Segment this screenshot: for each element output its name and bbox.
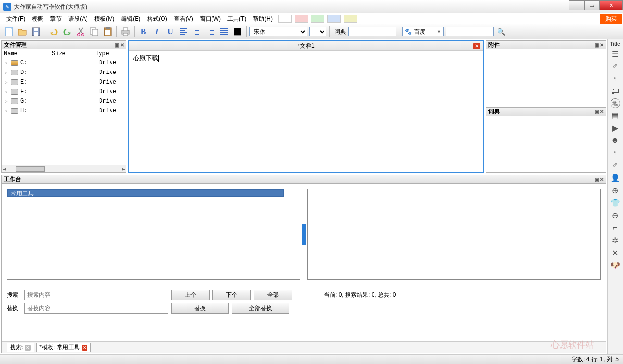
face-icon[interactable]: ☻ — [610, 135, 621, 146]
redo-icon[interactable] — [62, 26, 73, 37]
ball-icon[interactable]: ⊖ — [610, 210, 621, 220]
panel-close-icon[interactable]: ✕ — [600, 109, 604, 114]
menu-segment[interactable]: 语段(A) — [65, 14, 90, 24]
panel-close-icon[interactable]: ✕ — [600, 42, 604, 48]
save-icon[interactable] — [30, 26, 42, 37]
tab-close-icon[interactable]: ✕ — [82, 345, 87, 351]
menu-window[interactable]: 窗口(W) — [197, 14, 224, 24]
panel-float-icon[interactable]: ▣ — [595, 177, 599, 182]
prev-button[interactable]: 上个 — [171, 290, 210, 300]
close-button[interactable]: ✕ — [599, 0, 623, 10]
menu-file[interactable]: 文件(F) — [3, 14, 28, 24]
drive-row[interactable]: ▷C:Drive — [2, 58, 126, 68]
panel-close-icon[interactable]: ✕ — [120, 42, 124, 48]
italic-icon[interactable]: I — [151, 26, 162, 37]
dog-icon[interactable]: 🐶 — [610, 260, 621, 270]
dict-label: 词典 — [335, 28, 346, 36]
drive-row[interactable]: ▷H:Drive — [2, 106, 126, 116]
dict-input[interactable] — [348, 27, 396, 36]
cross-icon[interactable]: ✕ — [610, 247, 621, 258]
tab-close-icon[interactable]: ✕ — [25, 345, 31, 351]
replace-input[interactable] — [24, 303, 168, 314]
panel-float-icon[interactable]: ▣ — [115, 42, 119, 48]
color-swatch[interactable] — [311, 15, 324, 23]
align-left-icon[interactable] — [178, 26, 189, 37]
document-close-icon[interactable]: ✕ — [473, 43, 480, 49]
drive-row[interactable]: ▷G:Drive — [2, 97, 126, 106]
menu-help[interactable]: 帮助(H) — [250, 14, 275, 24]
tool-list-box[interactable]: 常用工具 — [7, 189, 300, 280]
attachment-panel: 附件 ▣✕ — [486, 40, 606, 106]
file-scroll-bar[interactable]: ◀ ▶ — [2, 165, 126, 172]
color-swatch[interactable] — [278, 15, 292, 23]
tab-search[interactable]: 搜索: ✕ — [7, 343, 34, 352]
menu-format[interactable]: 格式(O) — [144, 14, 170, 24]
underline-icon[interactable]: U — [164, 26, 176, 37]
maximize-button[interactable]: ▭ — [584, 0, 599, 10]
editor-text[interactable]: 心愿下载 — [129, 51, 483, 65]
font-size-select[interactable] — [309, 27, 326, 36]
align-right-icon[interactable] — [205, 26, 216, 37]
next-button[interactable]: 下个 — [212, 290, 251, 300]
copy-icon[interactable] — [88, 26, 100, 37]
female-icon[interactable]: ♀ — [610, 73, 621, 84]
tab-template[interactable]: *模板: 常用工具 ✕ — [36, 343, 90, 352]
building-icon[interactable]: ⌐ — [610, 222, 621, 233]
mars-icon[interactable]: ♂ — [610, 160, 621, 170]
splitter-handle[interactable] — [302, 224, 306, 245]
male-icon[interactable]: ♂ — [610, 61, 621, 72]
menu-tools[interactable]: 工具(T) — [224, 14, 249, 24]
menu-lines-icon[interactable]: ☰ — [610, 49, 621, 59]
font-family-select[interactable]: 宋体 — [249, 27, 307, 36]
play-icon[interactable]: ▶ — [610, 122, 621, 133]
globe-icon[interactable]: ⊕ — [610, 185, 621, 195]
paste-icon[interactable] — [102, 26, 113, 37]
person-icon[interactable]: 👤 — [610, 172, 621, 183]
menu-synopsis[interactable]: 梗概 — [29, 14, 46, 24]
color-swatch[interactable] — [295, 15, 308, 23]
preview-box[interactable] — [307, 189, 601, 280]
menu-edit[interactable]: 编辑(E) — [118, 14, 143, 24]
minimize-button[interactable]: — — [569, 0, 584, 10]
new-file-icon[interactable] — [3, 26, 15, 37]
web-search-input[interactable] — [446, 27, 494, 36]
drive-row[interactable]: ▷E:Drive — [2, 77, 126, 87]
color-swatch[interactable] — [327, 15, 341, 23]
document-lines-icon[interactable]: ▤ — [610, 110, 621, 121]
svg-rect-9 — [106, 27, 110, 29]
search-icon[interactable]: 🔍 — [496, 26, 507, 37]
align-center-icon[interactable] — [191, 26, 203, 37]
replace-label: 替换 — [7, 304, 21, 313]
tool-tab[interactable]: 常用工具 — [7, 189, 284, 197]
panel-float-icon[interactable]: ▣ — [595, 42, 599, 48]
undo-icon[interactable] — [48, 26, 60, 37]
open-file-icon[interactable] — [17, 26, 28, 37]
color-swatch[interactable] — [344, 15, 357, 23]
drive-row[interactable]: ▷D:Drive — [2, 68, 126, 77]
menu-template[interactable]: 模板(M) — [91, 14, 117, 24]
tag-icon[interactable]: 🏷 — [610, 86, 621, 97]
panel-float-icon[interactable]: ▣ — [595, 109, 599, 114]
print-icon[interactable] — [120, 26, 131, 37]
drive-row[interactable]: ▷F:Drive — [2, 87, 126, 97]
buy-button[interactable]: 购买 — [600, 14, 622, 24]
menu-chapter[interactable]: 章节 — [47, 14, 64, 24]
align-justify-icon[interactable] — [218, 26, 230, 37]
all-button[interactable]: 全部 — [254, 290, 292, 300]
search-input[interactable] — [24, 290, 168, 300]
gear-icon[interactable]: ✲ — [610, 235, 621, 245]
menu-view[interactable]: 查看(V) — [171, 14, 196, 24]
replace-all-button[interactable]: 全部替换 — [232, 303, 289, 314]
font-color-icon[interactable] — [232, 26, 243, 37]
bold-icon[interactable]: B — [137, 26, 149, 37]
shirt-icon[interactable]: 👕 — [610, 197, 621, 208]
search-engine-select[interactable]: 🐾 百度 ▼ — [402, 27, 444, 36]
panel-close-icon[interactable]: ✕ — [600, 177, 604, 182]
drive-icon — [11, 89, 18, 95]
status-text: 字数: 4 行: 1, 列: 5 — [572, 355, 619, 364]
replace-button[interactable]: 替换 — [171, 303, 229, 314]
drive-icon — [11, 108, 18, 114]
venus-icon[interactable]: ♀ — [610, 147, 621, 158]
cut-icon[interactable] — [75, 26, 87, 37]
location-icon[interactable]: 地 — [611, 98, 620, 108]
